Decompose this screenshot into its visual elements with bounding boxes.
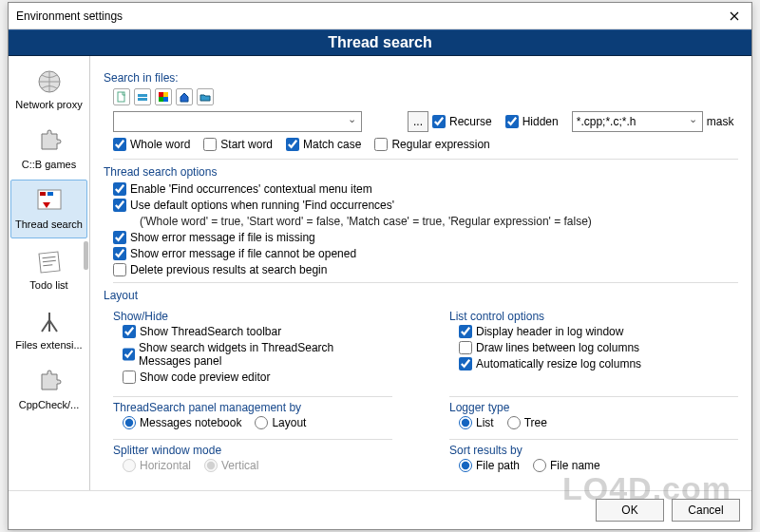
logger-list-radio[interactable]: List [459,416,494,429]
window-title: Environment settings [16,10,717,23]
tripod-icon [34,307,65,337]
divider [113,439,392,440]
listctrl-label: List control options [449,310,738,323]
svg-rect-2 [40,192,46,196]
open-icon[interactable] [134,88,151,105]
svg-rect-5 [118,92,124,102]
show-toolbar-checkbox[interactable]: Show ThreadSearch toolbar [123,325,383,338]
showhide-label: Show/Hide [113,310,392,323]
delete-prev-checkbox[interactable]: Delete previous results at search begin [113,263,729,276]
close-icon [730,11,739,21]
folder-icon[interactable] [197,88,214,105]
ok-button[interactable]: OK [596,499,664,522]
sort-name-radio[interactable]: File name [533,459,600,472]
search-toolbar [113,88,738,105]
panel-mgmt-label: ThreadSearch panel management by [113,401,392,414]
divider [449,396,738,397]
show-widgets-checkbox[interactable]: Show search widgets in ThreadSearch Mess… [123,341,383,368]
globe-icon [34,66,65,97]
display-header-checkbox[interactable]: Display header in log window [459,325,729,338]
svg-rect-6 [138,94,147,97]
svg-rect-3 [48,192,53,196]
show-preview-checkbox[interactable]: Show code preview editor [123,370,383,384]
recurse-checkbox[interactable]: Recurse [432,115,492,128]
thread-search-icon [34,186,65,217]
sidebar-item-network-proxy[interactable]: Network proxy [10,60,87,118]
splitter-label: Splitter window mode [113,444,392,457]
sidebar-item-label: C::B games [22,159,76,171]
puzzle-icon [34,367,65,397]
use-default-checkbox[interactable]: Use default options when running 'Find o… [113,199,729,212]
sort-label: Sort results by [449,444,738,457]
hidden-checkbox[interactable]: Hidden [505,115,559,128]
mask-label: mask [707,115,734,128]
match-case-checkbox[interactable]: Match case [286,138,361,151]
svg-rect-11 [163,97,168,102]
titlebar: Environment settings [9,3,751,29]
sidebar-scrollbar[interactable] [84,241,88,270]
layout-radio[interactable]: Layout [255,416,306,429]
err-open-checkbox[interactable]: Show error message if file cannot be ope… [113,247,729,260]
sidebar-item-label: Thread search [15,218,83,231]
splitter-vertical-radio: Vertical [204,459,258,472]
auto-resize-checkbox[interactable]: Automatically resize log columns [459,357,729,370]
sidebar-item-label: CppCheck/... [19,399,80,411]
start-word-checkbox[interactable]: Start word [203,138,273,151]
divider [113,282,738,283]
svg-rect-10 [159,97,163,102]
svg-rect-8 [159,92,163,97]
splitter-horizontal-radio: Horizontal [123,459,191,472]
options-list: Enable 'Find occurrences' contextual men… [113,182,738,276]
search-flags-row: Whole word Start word Match case Regular… [113,138,738,151]
options-label: Thread search options [104,165,738,179]
sidebar-item-cppcheck[interactable]: CppCheck/... [10,360,87,418]
flag-icon[interactable] [155,88,172,105]
category-sidebar: Network proxy C::B games Thread search T… [9,56,90,490]
sidebar-item-files-extension[interactable]: Files extensi... [10,300,87,358]
mask-input[interactable] [572,111,703,132]
svg-rect-7 [138,98,147,101]
home-icon[interactable] [176,88,193,105]
whole-word-checkbox[interactable]: Whole word [113,138,190,151]
close-button[interactable] [717,3,751,29]
err-missing-checkbox[interactable]: Show error message if file is missing [113,231,729,244]
sort-path-radio[interactable]: File path [459,459,520,472]
sidebar-item-thread-search[interactable]: Thread search [10,180,87,238]
divider [113,396,392,397]
sidebar-item-todo-list[interactable]: Todo list [10,240,87,298]
search-label: Search in files: [104,71,738,85]
search-input[interactable] [113,111,362,132]
todo-icon [34,247,65,277]
browse-button[interactable]: ... [408,111,428,132]
logger-label: Logger type [449,401,738,414]
page-banner: Thread search [9,29,751,56]
puzzle-icon [34,126,65,157]
svg-rect-9 [163,92,168,97]
sidebar-item-cb-games[interactable]: C::B games [10,120,87,178]
search-input-row: ... Recurse Hidden mask [113,111,738,132]
main-panel: Search in files: ... Recurse Hidden mask [90,56,751,490]
regex-checkbox[interactable]: Regular expression [374,138,489,151]
enable-find-checkbox[interactable]: Enable 'Find occurrences' contextual men… [113,182,729,196]
messages-radio[interactable]: Messages notebook [123,416,241,429]
sidebar-item-label: Network proxy [15,99,82,111]
draw-lines-checkbox[interactable]: Draw lines between log columns [459,341,729,354]
dialog-footer: OK Cancel [9,490,751,529]
cancel-button[interactable]: Cancel [672,499,740,522]
new-doc-icon[interactable] [113,88,130,105]
divider [113,159,738,160]
layout-label: Layout [104,289,738,302]
logger-tree-radio[interactable]: Tree [507,416,547,429]
default-hint-text: ('Whole word' = true, 'Start word' = fal… [140,215,738,228]
sidebar-item-label: Todo list [29,279,67,292]
sidebar-item-label: Files extensi... [15,339,82,352]
settings-dialog: Environment settings Thread search Netwo… [8,2,752,530]
svg-rect-4 [39,252,60,273]
divider [449,439,738,440]
